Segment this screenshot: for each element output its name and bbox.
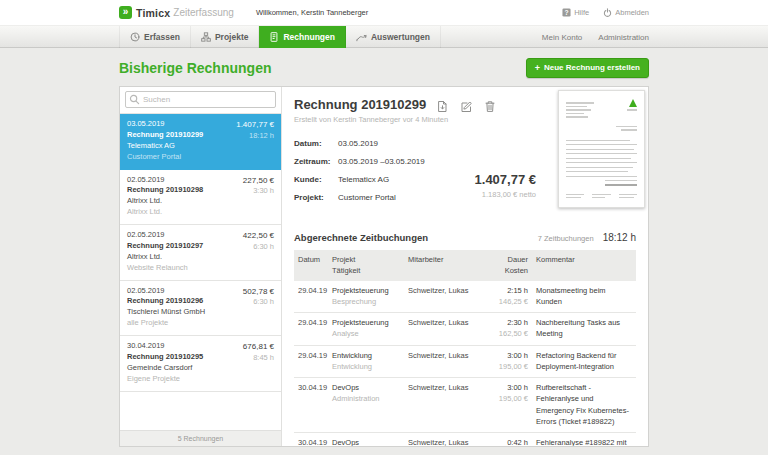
- booking-project: Projektsteuerung: [332, 285, 408, 296]
- invoice-list: 03.05.2019 Rechnung 201910299 Telematicx…: [120, 114, 281, 430]
- col-projekt-taetigkeit: Projekt Tätigkeit: [332, 254, 408, 277]
- main-navigation: Erfassen Projekte Rechnungen Auswertunge…: [0, 25, 768, 48]
- tab-rechnungen-label: Rechnungen: [283, 32, 334, 42]
- invoice-item-customer: Telematicx AG: [127, 141, 274, 152]
- new-invoice-button[interactable]: + Neue Rechnung erstellen: [526, 58, 649, 78]
- booking-date: 30.04.19: [298, 437, 332, 446]
- search-input[interactable]: [125, 91, 276, 108]
- download-pdf-button[interactable]: [436, 100, 449, 113]
- sitemap-icon: [201, 32, 211, 42]
- booking-duration-cost: 3:00 h 195,00 €: [486, 350, 528, 373]
- booking-cost: 162,50 €: [486, 328, 528, 339]
- tab-auswertungen-label: Auswertungen: [371, 32, 430, 42]
- help-icon: ?: [562, 8, 571, 17]
- booking-comment: Monatsmeeting beim Kunden: [528, 285, 632, 308]
- invoice-item-customer: Altrixx Ltd.: [127, 252, 274, 263]
- top-header-bar: » Timicx Zeiterfassung Willkommen, Kerst…: [0, 0, 768, 25]
- booking-duration: 2:30 h: [486, 317, 528, 328]
- col-mitarbeiter: Mitarbeiter: [408, 254, 486, 277]
- booking-date: 29.04.19: [298, 285, 332, 308]
- logout-label: Abmelden: [615, 8, 649, 17]
- delete-invoice-button[interactable]: [484, 100, 496, 113]
- invoice-list-item[interactable]: 02.05.2019 Rechnung 201910298 Altrixx Lt…: [120, 170, 281, 226]
- page-title: Bisherige Rechnungen: [119, 60, 271, 76]
- bookings-total-hours: 18:12 h: [603, 232, 636, 243]
- booking-comment: Rufbereitschaft - Fehleranlyse und Emerg…: [528, 382, 632, 427]
- booking-duration: 0:42 h: [486, 437, 528, 446]
- invoice-item-customer: Altrixx Ltd.: [127, 196, 274, 207]
- booking-employee: Schweitzer, Lukas: [408, 350, 486, 373]
- invoice-item-project: Eigene Projekte: [127, 374, 274, 385]
- booking-employee: Schweitzer, Lukas: [408, 437, 486, 446]
- invoice-icon: [269, 32, 279, 42]
- booking-date: 29.04.19: [298, 317, 332, 340]
- invoice-item-hours: 3:30 h: [243, 186, 274, 197]
- thumb-footer-lines: [566, 194, 637, 200]
- bookings-count: 7 Zeitbuchungen: [538, 234, 594, 243]
- field-label-projekt: Projekt:: [294, 193, 338, 202]
- invoice-item-customer: Gemeinde Carsdorf: [127, 363, 274, 374]
- invoice-item-project: Altrixx Ltd.: [127, 207, 274, 218]
- booking-row: 30.04.19 DevOps Administration Schweitze…: [294, 378, 636, 433]
- booking-project-activity: DevOps Administration: [332, 382, 408, 427]
- invoice-item-customer: Tischlerei Münst GmbH: [127, 307, 274, 318]
- invoice-item-amount: 227,50 €: [243, 175, 274, 187]
- field-value-projekt: Customer Portal: [338, 193, 396, 202]
- invoice-detail: Rechnung 201910299 Erstellt von Kerstin …: [282, 87, 648, 446]
- brand-suffix: Zeiterfassung: [173, 7, 234, 18]
- chart-icon: [356, 32, 367, 42]
- tab-projekte[interactable]: Projekte: [191, 26, 260, 48]
- booking-row: 29.04.19 Projektsteuerung Analyse Schwei…: [294, 313, 636, 346]
- booking-comment: Nachbereitung Tasks aus Meeting: [528, 317, 632, 340]
- booking-project-activity: Projektsteuerung Analyse: [332, 317, 408, 340]
- logout-link[interactable]: Abmelden: [603, 8, 649, 17]
- invoice-list-item[interactable]: 30.04.2019 Rechnung 201910295 Gemeinde C…: [120, 336, 281, 392]
- pdf-icon: [436, 100, 449, 113]
- booking-cost: 195,00 €: [486, 361, 528, 372]
- booking-row: 30.04.19 DevOps Besprechung Schweitzer, …: [294, 433, 636, 446]
- tab-erfassen[interactable]: Erfassen: [119, 26, 191, 48]
- nav-administration[interactable]: Administration: [598, 33, 649, 42]
- booking-activity: Analyse: [332, 328, 408, 339]
- svg-text:?: ?: [565, 9, 569, 16]
- field-label-datum: Datum:: [294, 139, 338, 148]
- thumb-address-lines: [566, 99, 596, 120]
- invoice-item-amount: 676,81 €: [243, 341, 274, 353]
- invoices-panel: 03.05.2019 Rechnung 201910299 Telematicx…: [119, 86, 649, 447]
- help-link[interactable]: ? Hilfe: [562, 8, 589, 17]
- booking-row: 29.04.19 Entwicklung Entwicklung Schweit…: [294, 346, 636, 379]
- thumb-meta-lines: [566, 126, 637, 133]
- booking-activity: Entwicklung: [332, 361, 408, 372]
- invoice-list-item[interactable]: 03.05.2019 Rechnung 201910299 Telematicx…: [120, 114, 281, 170]
- booking-cost: 146,25 €: [486, 296, 528, 307]
- booking-duration: 3:00 h: [486, 382, 528, 393]
- booking-comment: Fehleranalyse #189822 mit Release Manage…: [528, 437, 632, 446]
- nav-mein-konto[interactable]: Mein Konto: [542, 33, 582, 42]
- plus-icon: +: [535, 65, 540, 71]
- invoice-thumbnail[interactable]: [558, 90, 645, 208]
- booking-employee: Schweitzer, Lukas: [408, 285, 486, 308]
- tab-auswertungen[interactable]: Auswertungen: [346, 26, 441, 48]
- bookings-section-title: Abgerechnete Zeitbuchungen: [294, 232, 428, 243]
- booking-duration-cost: 0:42 h 45,50 €: [486, 437, 528, 446]
- invoice-item-hours: 6:30 h: [243, 297, 274, 308]
- booking-project: DevOps: [332, 437, 408, 446]
- booking-duration: 2:15 h: [486, 285, 528, 296]
- invoice-list-item[interactable]: 02.05.2019 Rechnung 201910297 Altrixx Lt…: [120, 225, 281, 281]
- booking-activity: Besprechung: [332, 296, 408, 307]
- tab-rechnungen[interactable]: Rechnungen: [259, 26, 345, 48]
- bookings-table-body: 29.04.19 Projektsteuerung Besprechung Sc…: [294, 281, 636, 447]
- booking-duration-cost: 3:00 h 195,00 €: [486, 382, 528, 427]
- edit-invoice-button[interactable]: [460, 100, 473, 113]
- booking-activity: Administration: [332, 393, 408, 404]
- booking-project: Entwicklung: [332, 350, 408, 361]
- booking-duration-cost: 2:30 h 162,50 €: [486, 317, 528, 340]
- invoice-list-item[interactable]: 02.05.2019 Rechnung 201910296 Tischlerei…: [120, 281, 281, 337]
- booking-cost: 195,00 €: [486, 393, 528, 404]
- booking-comment: Refactoring Backend für Deployment-Integ…: [528, 350, 632, 373]
- edit-icon: [460, 100, 473, 113]
- thumb-logo: [627, 99, 637, 120]
- tab-erfassen-label: Erfassen: [144, 32, 180, 42]
- invoice-item-project: alle Projekte: [127, 318, 274, 329]
- thumb-sum-lines: [566, 180, 637, 188]
